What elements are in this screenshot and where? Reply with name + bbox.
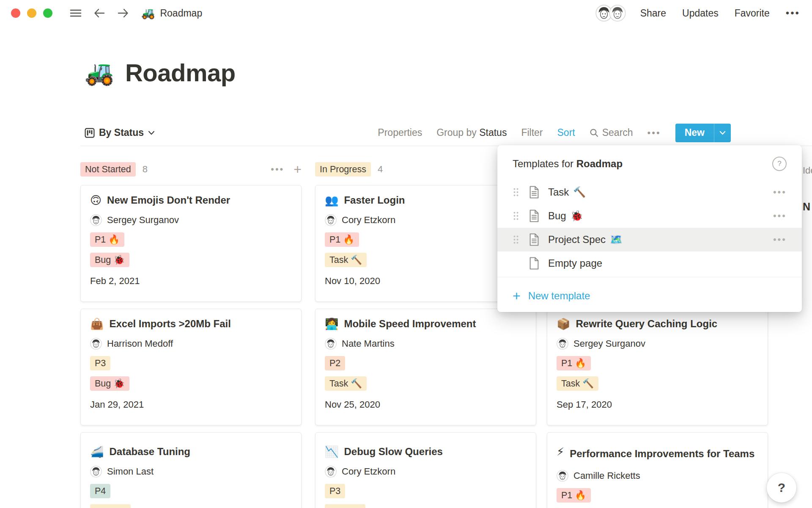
toolbar-more-icon[interactable]: ••• [647,127,661,138]
sidebar-menu-button[interactable] [69,8,82,18]
assignee-name: Simon Last [107,466,154,477]
group-by-value: Status [479,127,507,138]
card-emoji-icon: 👩‍💻 [325,317,338,331]
forward-button[interactable] [117,8,129,19]
template-item-task[interactable]: Task 🔨 ••• [497,180,802,204]
plus-icon: + [513,289,521,303]
minimize-window-button[interactable] [27,8,36,18]
template-emoji-icon: 🔨 [573,186,586,198]
drag-handle-icon[interactable] [513,235,519,244]
avatar [90,338,102,350]
card-mobile-speed[interactable]: 👩‍💻 Mobile Speed Improvement Nate Martin… [315,309,536,425]
card-excel-imports[interactable]: 👜 Excel Imports >20Mb Fail Harrison Medo… [80,309,302,425]
help-circle-icon[interactable]: ? [772,157,787,171]
window-titlebar: 🚜 Roadmap Share Updates Favorite ••• [0,0,812,26]
favorite-button[interactable]: Favorite [735,8,770,19]
type-badge: Task 🔨 [325,376,367,391]
column-name-partial: Ide [803,165,812,176]
card-date: Sep 17, 2020 [557,399,758,410]
column-add-card-icon[interactable]: + [294,163,302,176]
view-name: By Status [99,127,144,138]
view-switcher[interactable]: By Status [85,127,155,138]
type-badge: Bug 🐞 [90,376,129,391]
new-button-dropdown[interactable] [714,124,731,142]
search-button[interactable]: Search [590,127,633,138]
board-column-clipped: Ide N [803,165,812,213]
card-emoji-icon: 📦 [557,317,570,331]
priority-badge: P4 [90,484,110,498]
sort-button[interactable]: Sort [557,127,575,138]
column-more-icon[interactable]: ••• [271,164,284,175]
new-template-button[interactable]: + New template [497,277,802,315]
drag-handle-icon[interactable] [513,211,519,221]
card-emoji-icon: 👜 [90,317,104,331]
card-date: Nov 25, 2020 [325,399,527,410]
avatar [557,338,568,350]
help-button[interactable]: ? [767,473,796,502]
template-label: Task [548,186,569,198]
template-more-icon[interactable]: ••• [773,187,787,198]
avatar [90,214,102,226]
card-emoji-icon: 🚄 [90,444,104,459]
card-database-tuning[interactable]: 🚄 Database Tuning Simon Last P4 [80,432,302,508]
chevron-down-icon [148,131,155,135]
assignee-name: Cory Etzkorn [342,466,395,477]
page-emoji-icon: 🚜 [85,61,114,85]
avatar [325,214,337,226]
breadcrumb[interactable]: 🚜 Roadmap [141,7,202,19]
hamburger-icon [69,8,82,18]
card-date: Nov 10, 2020 [325,276,527,287]
drag-handle-icon[interactable] [513,188,519,197]
chevron-down-icon [719,131,726,135]
assignee-name: Cory Etzkorn [342,215,395,226]
template-label: Empty page [548,257,602,269]
document-icon [529,210,540,222]
priority-badge: P2 [325,356,345,370]
card-new-emojis[interactable]: 🙃 New Emojis Don't Render Sergey Surgano… [80,185,302,302]
column-status-badge[interactable]: Not Started [80,162,136,177]
more-options-icon[interactable]: ••• [786,7,800,19]
template-item-empty-page[interactable]: Empty page [497,251,802,275]
filter-button[interactable]: Filter [521,127,543,138]
window-controls [11,8,52,18]
assignee-name: Nate Martins [342,338,395,349]
template-emoji-icon: 🗺️ [610,234,623,246]
zoom-window-button[interactable] [43,8,52,18]
card-date: Feb 2, 2021 [90,276,292,287]
new-button[interactable]: New [675,124,731,142]
group-by-button[interactable]: Group by Status [436,127,507,138]
properties-button[interactable]: Properties [378,127,422,138]
priority-badge: P1 🔥 [557,488,591,502]
card-debug-slow-queries[interactable]: 📉 Debug Slow Queries Cory Etzkorn P3 [315,432,536,508]
card-performance-improvements[interactable]: ⚡ Performance Improvements for Teams Cam… [547,432,768,508]
new-button-label: New [675,124,714,142]
back-button[interactable] [93,8,106,19]
updates-button[interactable]: Updates [682,8,719,19]
column-count: 8 [143,164,148,175]
column-count: 4 [378,164,383,175]
share-button[interactable]: Share [640,8,666,19]
template-label: Project Spec [548,234,606,246]
assignee-name: Sergey Surganov [573,338,645,349]
collection-toolbar: By Status Properties Group by Status Fil… [80,120,812,146]
template-more-icon[interactable]: ••• [773,210,787,221]
collaborator-avatars[interactable] [595,5,626,22]
doc-title: Roadmap [160,8,202,19]
template-item-project-spec[interactable]: Project Spec 🗺️ ••• [497,228,802,251]
card-date: Jan 29, 2021 [90,399,292,410]
close-window-button[interactable] [11,8,20,18]
group-by-prefix: Group by [436,127,477,138]
avatar [325,338,337,350]
template-item-bug[interactable]: Bug 🐞 ••• [497,204,802,228]
assignee-name: Harrison Medoff [107,338,173,349]
avatar [557,470,568,482]
column-status-badge[interactable]: In Progress [315,162,371,177]
back-arrow-icon [93,8,106,19]
priority-badge: P1 🔥 [90,232,124,247]
search-label: Search [602,127,633,138]
template-emoji-icon: 🐞 [571,210,583,222]
avatar [325,466,337,478]
card-emoji-icon: ⚡ [557,444,564,459]
template-more-icon[interactable]: ••• [773,234,787,245]
card-rewrite-query-caching[interactable]: 📦 Rewrite Query Caching Logic Sergey Sur… [547,309,768,425]
